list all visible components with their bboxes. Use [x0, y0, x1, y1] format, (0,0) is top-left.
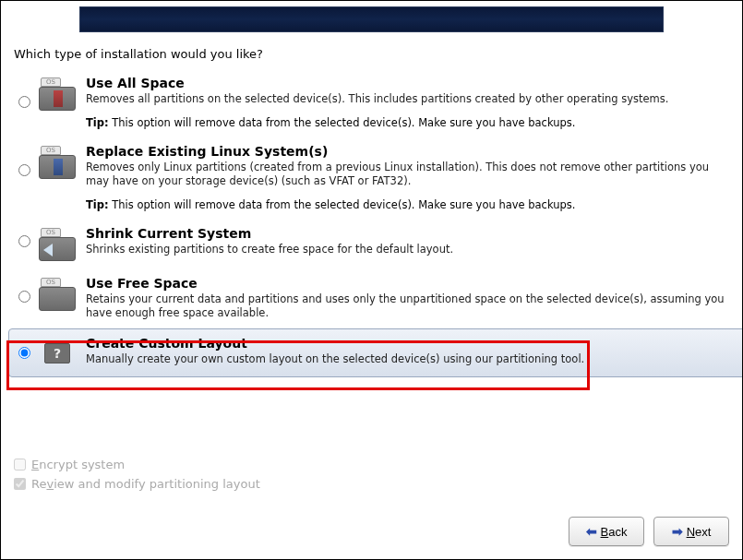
option-desc: Retains your current data and partitions…: [86, 292, 729, 321]
hd-icon-red: OS: [34, 76, 80, 111]
option-title: Create Custom Layout: [86, 336, 729, 351]
hd-icon-blue: OS: [34, 144, 80, 179]
option-desc: Removes only Linux partitions (created f…: [86, 161, 729, 189]
radio-create-custom-layout[interactable]: [18, 347, 30, 359]
checkbox-review-layout[interactable]: Review and modify partitioning layout: [14, 477, 260, 491]
option-tip: Tip: This option will remove data from t…: [86, 116, 729, 129]
option-create-custom-layout[interactable]: ? Create Custom Layout Manually create y…: [14, 330, 729, 376]
header-banner: [79, 6, 664, 32]
option-use-all-space[interactable]: OS Use All Space Removes all partitions …: [14, 70, 729, 138]
option-desc: Manually create your own custom layout o…: [86, 352, 729, 367]
question-icon: ?: [34, 336, 80, 363]
option-desc: Shrinks existing partitions to create fr…: [86, 243, 729, 257]
review-checkbox[interactable]: [14, 478, 26, 490]
option-title: Use All Space: [86, 76, 729, 90]
option-title: Use Free Space: [86, 276, 729, 291]
option-desc: Removes all partitions on the selected d…: [86, 92, 729, 107]
extra-options: Encrypt system Review and modify partiti…: [14, 458, 260, 496]
arrow-left-icon: ⬅: [586, 524, 597, 539]
radio-use-all-space[interactable]: [18, 96, 30, 108]
radio-replace-linux[interactable]: [18, 164, 30, 176]
next-button[interactable]: ➡ Next: [653, 517, 729, 546]
checkbox-encrypt-system[interactable]: Encrypt system: [14, 458, 260, 471]
installation-options: OS Use All Space Removes all partitions …: [1, 70, 742, 375]
radio-shrink-system[interactable]: [18, 235, 30, 247]
option-title: Shrink Current System: [86, 226, 729, 241]
back-button[interactable]: ⬅ Back: [569, 517, 644, 546]
option-shrink-system[interactable]: OS Shrink Current System Shrinks existin…: [14, 220, 729, 270]
option-tip: Tip: This option will remove data from t…: [86, 198, 729, 211]
radio-use-free-space[interactable]: [18, 291, 30, 303]
installation-prompt: Which type of installation would you lik…: [1, 32, 742, 70]
option-replace-linux[interactable]: OS Replace Existing Linux System(s) Remo…: [14, 138, 729, 220]
encrypt-checkbox[interactable]: [14, 459, 26, 471]
hd-icon-plain: OS: [34, 276, 80, 311]
navigation-buttons: ⬅ Back ➡ Next: [569, 517, 729, 546]
option-use-free-space[interactable]: OS Use Free Space Retains your current d…: [14, 270, 729, 330]
arrow-right-icon: ➡: [672, 524, 683, 539]
hd-icon-arrow: OS: [34, 226, 80, 261]
option-title: Replace Existing Linux System(s): [86, 144, 729, 159]
